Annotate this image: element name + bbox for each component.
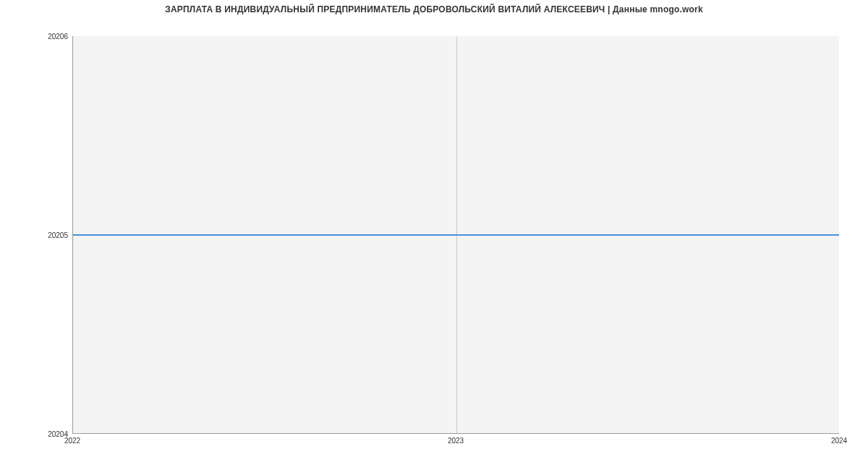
chart-container: ЗАРПЛАТА В ИНДИВИДУАЛЬНЫЙ ПРЕДПРИНИМАТЕЛ…	[0, 0, 868, 470]
y-tick-label: 20206	[3, 33, 68, 40]
y-tick-label: 20205	[3, 231, 68, 239]
y-tick-label: 20204	[3, 430, 68, 438]
horizontal-gridline	[73, 36, 839, 235]
chart-title: ЗАРПЛАТА В ИНДИВИДУАЛЬНЫЙ ПРЕДПРИНИМАТЕЛ…	[0, 4, 868, 14]
x-tick-label: 2022	[64, 437, 80, 445]
x-tick-label: 2023	[448, 437, 464, 445]
vertical-gridline	[456, 36, 457, 433]
data-line	[73, 234, 839, 236]
x-tick-label: 2024	[831, 437, 847, 445]
plot-area	[72, 36, 839, 434]
